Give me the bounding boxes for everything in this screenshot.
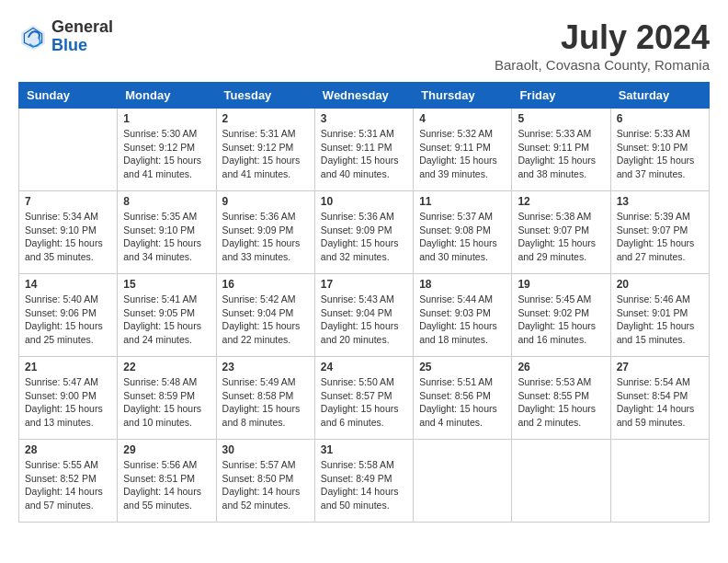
day-info: Sunrise: 5:37 AM Sunset: 9:08 PM Dayligh… [419, 210, 506, 264]
calendar-table: SundayMondayTuesdayWednesdayThursdayFrid… [18, 82, 710, 523]
month-title: July 2024 [495, 18, 710, 57]
calendar-cell: 23Sunrise: 5:49 AM Sunset: 8:58 PM Dayli… [216, 357, 314, 440]
day-info: Sunrise: 5:50 AM Sunset: 8:57 PM Dayligh… [321, 375, 407, 430]
weekday-header-tuesday: Tuesday [216, 83, 314, 109]
day-info: Sunrise: 5:39 AM Sunset: 9:07 PM Dayligh… [617, 210, 703, 264]
day-info: Sunrise: 5:47 AM Sunset: 9:00 PM Dayligh… [25, 375, 111, 430]
day-number: 31 [321, 443, 407, 456]
day-number: 25 [419, 361, 506, 373]
weekday-header-saturday: Saturday [610, 83, 709, 109]
day-info: Sunrise: 5:58 AM Sunset: 8:49 PM Dayligh… [321, 458, 407, 512]
calendar-cell: 6Sunrise: 5:33 AM Sunset: 9:10 PM Daylig… [610, 109, 709, 191]
day-info: Sunrise: 5:34 AM Sunset: 9:10 PM Dayligh… [25, 210, 111, 264]
day-number: 10 [321, 195, 407, 208]
day-info: Sunrise: 5:54 AM Sunset: 8:54 PM Dayligh… [617, 375, 703, 430]
calendar-cell: 27Sunrise: 5:54 AM Sunset: 8:54 PM Dayli… [610, 357, 709, 440]
day-number: 20 [617, 278, 703, 291]
day-info: Sunrise: 5:33 AM Sunset: 9:11 PM Dayligh… [518, 127, 604, 181]
calendar-cell: 18Sunrise: 5:44 AM Sunset: 9:03 PM Dayli… [414, 274, 512, 357]
day-info: Sunrise: 5:38 AM Sunset: 9:07 PM Dayligh… [518, 210, 604, 264]
day-info: Sunrise: 5:44 AM Sunset: 9:03 PM Dayligh… [419, 293, 506, 347]
calendar-week-row: 7Sunrise: 5:34 AM Sunset: 9:10 PM Daylig… [19, 191, 710, 274]
day-info: Sunrise: 5:40 AM Sunset: 9:06 PM Dayligh… [25, 293, 111, 347]
calendar-cell: 30Sunrise: 5:57 AM Sunset: 8:50 PM Dayli… [216, 440, 314, 523]
day-number: 9 [222, 195, 309, 208]
day-info: Sunrise: 5:36 AM Sunset: 9:09 PM Dayligh… [222, 210, 309, 264]
day-number: 1 [123, 112, 210, 125]
calendar-cell: 24Sunrise: 5:50 AM Sunset: 8:57 PM Dayli… [314, 357, 413, 440]
day-number: 24 [321, 361, 407, 373]
day-number: 11 [419, 195, 506, 208]
day-info: Sunrise: 5:49 AM Sunset: 8:58 PM Dayligh… [222, 375, 309, 430]
calendar-cell: 12Sunrise: 5:38 AM Sunset: 9:07 PM Dayli… [512, 191, 610, 274]
weekday-header-sunday: Sunday [19, 83, 118, 109]
day-info: Sunrise: 5:30 AM Sunset: 9:12 PM Dayligh… [123, 127, 210, 181]
calendar-cell: 13Sunrise: 5:39 AM Sunset: 9:07 PM Dayli… [610, 191, 709, 274]
title-section: July 2024 Baraolt, Covasna County, Roman… [495, 18, 710, 73]
weekday-header-wednesday: Wednesday [314, 83, 413, 109]
calendar-cell: 20Sunrise: 5:46 AM Sunset: 9:01 PM Dayli… [610, 274, 709, 357]
calendar-cell: 1Sunrise: 5:30 AM Sunset: 9:12 PM Daylig… [118, 109, 216, 191]
day-number: 28 [25, 443, 111, 456]
day-number: 12 [518, 195, 604, 208]
day-number: 2 [222, 112, 309, 125]
calendar-cell: 19Sunrise: 5:45 AM Sunset: 9:02 PM Dayli… [512, 274, 610, 357]
day-number: 8 [123, 195, 210, 208]
calendar-cell: 31Sunrise: 5:58 AM Sunset: 8:49 PM Dayli… [314, 440, 413, 523]
day-info: Sunrise: 5:43 AM Sunset: 9:04 PM Dayligh… [321, 293, 407, 347]
day-info: Sunrise: 5:33 AM Sunset: 9:10 PM Dayligh… [617, 127, 703, 181]
day-info: Sunrise: 5:51 AM Sunset: 8:56 PM Dayligh… [419, 375, 506, 430]
calendar-cell [610, 440, 709, 523]
day-number: 23 [222, 361, 309, 373]
day-info: Sunrise: 5:42 AM Sunset: 9:04 PM Dayligh… [222, 293, 309, 347]
location-title: Baraolt, Covasna County, Romania [495, 57, 710, 73]
day-info: Sunrise: 5:36 AM Sunset: 9:09 PM Dayligh… [321, 210, 407, 264]
calendar-cell: 9Sunrise: 5:36 AM Sunset: 9:09 PM Daylig… [216, 191, 314, 274]
day-number: 7 [25, 195, 111, 208]
day-number: 6 [617, 112, 703, 125]
calendar-week-row: 21Sunrise: 5:47 AM Sunset: 9:00 PM Dayli… [19, 357, 710, 440]
weekday-header-friday: Friday [512, 83, 610, 109]
calendar-week-row: 28Sunrise: 5:55 AM Sunset: 8:52 PM Dayli… [19, 440, 710, 523]
calendar-cell: 21Sunrise: 5:47 AM Sunset: 9:00 PM Dayli… [19, 357, 118, 440]
day-info: Sunrise: 5:35 AM Sunset: 9:10 PM Dayligh… [123, 210, 210, 264]
logo-text: General Blue [51, 18, 113, 55]
calendar-cell: 16Sunrise: 5:42 AM Sunset: 9:04 PM Dayli… [216, 274, 314, 357]
calendar-cell: 25Sunrise: 5:51 AM Sunset: 8:56 PM Dayli… [414, 357, 512, 440]
calendar-cell: 26Sunrise: 5:53 AM Sunset: 8:55 PM Dayli… [512, 357, 610, 440]
calendar-cell: 10Sunrise: 5:36 AM Sunset: 9:09 PM Dayli… [314, 191, 413, 274]
day-info: Sunrise: 5:32 AM Sunset: 9:11 PM Dayligh… [419, 127, 506, 181]
calendar-cell [512, 440, 610, 523]
page-header: General Blue July 2024 Baraolt, Covasna … [18, 18, 710, 73]
calendar-week-row: 14Sunrise: 5:40 AM Sunset: 9:06 PM Dayli… [19, 274, 710, 357]
calendar-cell: 8Sunrise: 5:35 AM Sunset: 9:10 PM Daylig… [118, 191, 216, 274]
day-number: 5 [518, 112, 604, 125]
day-number: 4 [419, 112, 506, 125]
day-info: Sunrise: 5:31 AM Sunset: 9:11 PM Dayligh… [321, 127, 407, 181]
day-number: 29 [123, 443, 210, 456]
day-info: Sunrise: 5:41 AM Sunset: 9:05 PM Dayligh… [123, 293, 210, 347]
calendar-cell: 17Sunrise: 5:43 AM Sunset: 9:04 PM Dayli… [314, 274, 413, 357]
day-number: 26 [518, 361, 604, 373]
logo: General Blue [18, 18, 113, 55]
calendar-cell: 29Sunrise: 5:56 AM Sunset: 8:51 PM Dayli… [118, 440, 216, 523]
calendar-cell: 5Sunrise: 5:33 AM Sunset: 9:11 PM Daylig… [512, 109, 610, 191]
day-number: 17 [321, 278, 407, 291]
day-info: Sunrise: 5:55 AM Sunset: 8:52 PM Dayligh… [25, 458, 111, 512]
day-number: 16 [222, 278, 309, 291]
calendar-cell: 15Sunrise: 5:41 AM Sunset: 9:05 PM Dayli… [118, 274, 216, 357]
calendar-cell: 3Sunrise: 5:31 AM Sunset: 9:11 PM Daylig… [314, 109, 413, 191]
calendar-cell: 22Sunrise: 5:48 AM Sunset: 8:59 PM Dayli… [118, 357, 216, 440]
weekday-header-monday: Monday [118, 83, 216, 109]
calendar-cell: 28Sunrise: 5:55 AM Sunset: 8:52 PM Dayli… [19, 440, 118, 523]
calendar-week-row: 1Sunrise: 5:30 AM Sunset: 9:12 PM Daylig… [19, 109, 710, 191]
day-info: Sunrise: 5:45 AM Sunset: 9:02 PM Dayligh… [518, 293, 604, 347]
day-number: 3 [321, 112, 407, 125]
weekday-header-row: SundayMondayTuesdayWednesdayThursdayFrid… [19, 83, 710, 109]
day-info: Sunrise: 5:48 AM Sunset: 8:59 PM Dayligh… [123, 375, 210, 430]
day-number: 13 [617, 195, 703, 208]
calendar-cell: 11Sunrise: 5:37 AM Sunset: 9:08 PM Dayli… [414, 191, 512, 274]
calendar-cell: 4Sunrise: 5:32 AM Sunset: 9:11 PM Daylig… [414, 109, 512, 191]
day-number: 15 [123, 278, 210, 291]
day-number: 14 [25, 278, 111, 291]
